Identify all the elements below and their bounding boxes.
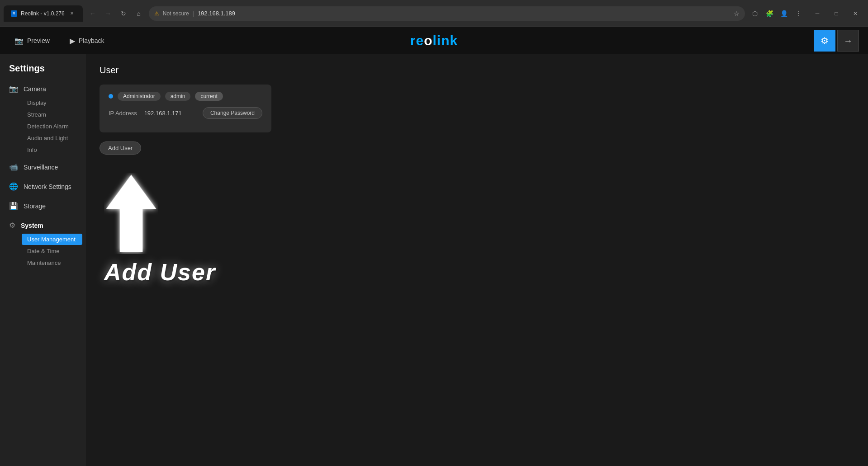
sidebar-item-audio-light[interactable]: Audio and Light [22, 132, 82, 144]
sidebar-section-surveillance: 📹 Surveillance [0, 159, 86, 175]
page-title: User [100, 65, 854, 75]
sidebar-item-info[interactable]: Info [22, 144, 82, 155]
storage-icon: 💾 [9, 202, 18, 210]
address-bar[interactable]: ⚠ Not secure | 192.168.1.189 ☆ [149, 6, 745, 21]
sidebar-surveillance-header[interactable]: 📹 Surveillance [0, 159, 86, 175]
arrow-up-icon [104, 173, 158, 254]
refresh-button[interactable]: ↻ [117, 7, 130, 20]
sidebar-section-network: 🌐 Network Settings [0, 179, 86, 194]
browser-chrome: R Reolink - v1.0.276 ✕ ← → ↻ ⌂ ⚠ Not sec… [0, 0, 868, 27]
user-card-header: Administrator admin current [109, 92, 262, 101]
home-button[interactable]: ⌂ [133, 7, 145, 20]
annotation-overlay: Add User [100, 173, 854, 286]
tab-title: Reolink - v1.0.276 [21, 10, 65, 17]
settings-icon: ⚙ [821, 35, 829, 46]
network-label: Network Settings [24, 183, 71, 190]
minimize-button[interactable]: ─ [808, 7, 826, 20]
playback-icon: ▶ [70, 37, 75, 45]
network-icon: 🌐 [9, 182, 18, 191]
ip-value: 192.168.1.171 [144, 110, 182, 117]
badge-admin: admin [165, 92, 191, 101]
back-button[interactable]: ← [86, 7, 99, 20]
sidebar-item-maintenance[interactable]: Maintenance [22, 257, 82, 268]
add-user-button[interactable]: Add User [100, 141, 141, 155]
sidebar-system-header[interactable]: ⚙ System [0, 217, 86, 233]
storage-label: Storage [24, 202, 46, 210]
close-button[interactable]: ✕ [846, 7, 864, 20]
preview-nav-item[interactable]: 📷 Preview [9, 34, 55, 48]
badge-current: current [195, 92, 223, 101]
browser-tab[interactable]: R Reolink - v1.0.276 ✕ [4, 5, 83, 22]
sidebar-item-date-time[interactable]: Date & Time [22, 245, 82, 257]
header-right-actions: ⚙ → [814, 30, 859, 52]
system-icon: ⚙ [9, 221, 15, 230]
ip-label: IP Address [109, 110, 137, 117]
add-user-button-area: Add User [100, 141, 854, 168]
camera-sub-items: Display Stream Detection Alarm Audio and… [0, 97, 86, 155]
address-text: 192.168.1.189 [198, 10, 730, 17]
header-settings-button[interactable]: ⚙ [814, 30, 835, 52]
main-layout: Settings 📷 Camera Display Stream Detecti… [0, 54, 868, 466]
sidebar-section-storage: 💾 Storage [0, 198, 86, 214]
sidebar: Settings 📷 Camera Display Stream Detecti… [0, 54, 86, 466]
badge-administrator: Administrator [118, 92, 161, 101]
sidebar-storage-header[interactable]: 💾 Storage [0, 198, 86, 214]
logout-icon: → [844, 36, 853, 46]
sidebar-item-user-management[interactable]: User Management [22, 234, 82, 245]
cast-button[interactable]: ⬡ [749, 7, 761, 20]
sidebar-network-header[interactable]: 🌐 Network Settings [0, 179, 86, 194]
surveillance-label: Surveillance [24, 164, 58, 171]
camera-label: Camera [24, 85, 46, 93]
bookmark-icon[interactable]: ☆ [734, 10, 740, 17]
header-logout-button[interactable]: → [837, 30, 859, 52]
user-info-row: IP Address 192.168.1.171 Change Password [109, 107, 262, 119]
app-logo: reolink [410, 33, 458, 48]
user-status-dot [109, 94, 113, 99]
preview-label: Preview [27, 37, 50, 44]
system-label: System [21, 222, 43, 229]
playback-nav-item[interactable]: ▶ Playback [64, 34, 110, 48]
sidebar-section-camera: 📷 Camera Display Stream Detection Alarm … [0, 81, 86, 155]
extensions-button[interactable]: 🧩 [763, 7, 776, 20]
browser-nav: ← → ↻ ⌂ [83, 7, 149, 20]
content-area: User Administrator admin current IP Addr… [86, 54, 868, 466]
tab-close-button[interactable]: ✕ [68, 10, 76, 17]
arrow-annotation: Add User [104, 173, 854, 286]
surveillance-icon: 📹 [9, 163, 18, 171]
system-sub-items: User Management Date & Time Maintenance [0, 234, 86, 268]
profile-button[interactable]: 👤 [778, 7, 790, 20]
sidebar-item-detection-alarm[interactable]: Detection Alarm [22, 121, 82, 132]
change-password-button[interactable]: Change Password [203, 107, 262, 119]
window-controls: ─ □ ✕ [808, 7, 864, 20]
browser-actions: ⬡ 🧩 👤 ⋮ [745, 7, 808, 20]
sidebar-camera-header[interactable]: 📷 Camera [0, 81, 86, 97]
security-warning: ⚠ [154, 10, 159, 17]
sidebar-section-system: ⚙ System User Management Date & Time Mai… [0, 217, 86, 268]
annotation-label: Add User [104, 259, 216, 286]
menu-button[interactable]: ⋮ [792, 7, 805, 20]
user-card: Administrator admin current IP Address 1… [100, 85, 271, 132]
sidebar-title: Settings [0, 63, 86, 81]
preview-icon: 📷 [14, 37, 24, 45]
forward-button[interactable]: → [102, 7, 114, 20]
maximize-button[interactable]: □ [827, 7, 845, 20]
sidebar-item-display[interactable]: Display [22, 97, 82, 108]
tab-favicon: R [11, 10, 17, 17]
svg-marker-0 [106, 175, 156, 252]
camera-icon: 📷 [9, 85, 18, 93]
warning-text: Not secure [163, 10, 189, 17]
playback-label: Playback [79, 37, 104, 44]
app-header: 📷 Preview ▶ Playback reolink ⚙ → [0, 27, 868, 54]
sidebar-item-stream[interactable]: Stream [22, 109, 82, 120]
